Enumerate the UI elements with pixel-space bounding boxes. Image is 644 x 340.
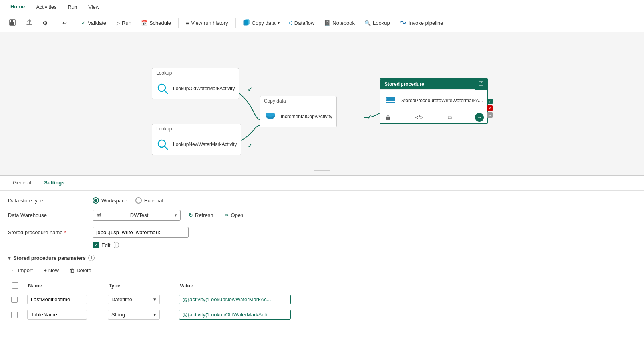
schedule-label: Schedule <box>149 20 171 26</box>
delete-param-button[interactable]: 🗑 Delete <box>66 266 95 275</box>
undo-icon: ↩ <box>62 20 67 26</box>
node-copydata-header: Copy data <box>260 96 336 106</box>
success-icon: ✓ <box>487 99 493 104</box>
save-button[interactable] <box>5 17 20 29</box>
param-table: Name Type Value <box>8 279 320 322</box>
dataflow-label: Dataflow <box>294 20 315 26</box>
delete-label: Delete <box>76 267 91 273</box>
refresh-label: Refresh <box>195 212 213 218</box>
open-button[interactable]: ✏ Open <box>221 211 247 220</box>
settings-button[interactable]: ⚙ <box>38 18 52 29</box>
row1-type-dropdown[interactable]: Datetime ▾ <box>108 295 160 304</box>
plus-icon: + <box>44 267 47 273</box>
notebook-label: Notebook <box>332 20 355 26</box>
external-radio[interactable]: External <box>135 197 163 204</box>
import-button[interactable]: ← Import <box>8 266 36 275</box>
delete-node-button[interactable]: 🗑 <box>384 113 392 121</box>
svg-rect-4 <box>245 20 249 24</box>
row2-name-cell <box>24 307 105 322</box>
notebook-button[interactable]: 📓 Notebook <box>320 18 359 28</box>
workspace-radio[interactable]: Workspace <box>93 197 127 204</box>
data-warehouse-label: Data Warehouse <box>8 212 88 218</box>
table-row: String ▾ <box>8 307 320 322</box>
validate-button[interactable]: ✓ Validate <box>78 18 110 28</box>
stored-procedure-params-section: ▾ Stored procedure parameters i ← Import… <box>8 255 636 322</box>
row2-type-dropdown[interactable]: String ▾ <box>108 310 160 320</box>
publish-button[interactable] <box>22 17 37 29</box>
data-warehouse-row: Data Warehouse 🏛 DWTest ▾ ↻ Refresh ✏ Op… <box>8 210 636 221</box>
row1-type-chevron: ▾ <box>153 297 156 302</box>
node-lookup1-body: LookupOldWaterMarkActivity <box>152 78 239 99</box>
refresh-button[interactable]: ↻ Refresh <box>185 211 217 220</box>
workspace-radio-circle <box>93 197 99 204</box>
lookup-toolbar-icon: 🔍 <box>364 20 371 26</box>
save-icon <box>9 19 16 27</box>
select-all-checkbox[interactable] <box>12 282 18 289</box>
stored-procedure-name-label: Stored procedure name * <box>8 229 88 235</box>
row1-name-input[interactable] <box>27 295 87 304</box>
node-copydata[interactable]: Copy data IncrementalCopyActivity <box>260 96 337 127</box>
copy-data-button[interactable]: Copy data ▾ <box>239 17 284 29</box>
row1-value-input[interactable] <box>179 295 291 304</box>
notebook-icon: 📓 <box>324 20 330 26</box>
copy-data-label: Copy data <box>252 20 276 26</box>
divider-3 <box>178 18 179 28</box>
stored-procedure-name-row: Stored procedure name * <box>8 227 189 238</box>
node-stored-label: StoredProceduretoWriteWatermarkA... <box>401 98 483 103</box>
edit-checkbox[interactable]: ✓ <box>93 242 99 248</box>
run-button[interactable]: ▷ Run <box>112 18 135 28</box>
schedule-button[interactable]: 📅 Schedule <box>137 18 175 28</box>
param-toolbar-divider-1: | <box>38 267 39 273</box>
code-button[interactable]: </> <box>414 113 425 121</box>
stored-icon <box>384 94 397 107</box>
table-row: Datetime ▾ <box>8 292 320 307</box>
tab-general[interactable]: General <box>6 176 38 190</box>
menu-item-home[interactable]: Home <box>5 0 30 14</box>
node-stored-expand[interactable] <box>475 79 487 90</box>
menu-item-run[interactable]: Run <box>62 0 83 14</box>
row2-checkbox[interactable] <box>11 312 18 318</box>
collapse-icon[interactable]: ▾ <box>8 255 11 261</box>
node-copydata-label: IncrementalCopyActivity <box>281 114 332 119</box>
params-info-icon: i <box>88 255 95 261</box>
row2-value-cell <box>176 307 320 322</box>
external-radio-label: External <box>144 198 163 204</box>
view-run-history-button[interactable]: ≡ View run history <box>182 18 232 28</box>
invoke-pipeline-label: Invoke pipeline <box>409 20 443 26</box>
gear-icon: ⚙ <box>42 20 48 27</box>
pipeline-canvas[interactable]: Lookup LookupOldWaterMarkActivity ✓ Look… <box>0 32 644 176</box>
undo-button[interactable]: ↩ <box>58 18 71 28</box>
new-param-button[interactable]: + New <box>40 266 62 275</box>
node-stored-status: ✓ ✕ → <box>487 99 493 118</box>
import-icon: ← <box>11 267 16 273</box>
trash-icon: 🗑 <box>70 267 75 273</box>
data-warehouse-dropdown[interactable]: 🏛 DWTest ▾ <box>93 210 181 221</box>
external-radio-circle <box>135 197 142 204</box>
toolbar: ⚙ ↩ ✓ Validate ▷ Run 📅 Schedule ≡ View r… <box>0 14 644 32</box>
navigate-button[interactable]: → <box>475 113 484 122</box>
row1-name-cell <box>24 292 105 307</box>
lookup-button[interactable]: 🔍 Lookup <box>360 18 394 28</box>
node-lookup2[interactable]: Lookup LookupNewWaterMarkActivity <box>152 124 241 155</box>
menu-item-activities[interactable]: Activities <box>30 0 62 14</box>
row1-checkbox[interactable] <box>11 297 18 303</box>
stored-procedure-name-input[interactable] <box>93 227 189 238</box>
copy-node-button[interactable]: ⧉ <box>446 113 453 122</box>
menu-item-view[interactable]: View <box>83 0 105 14</box>
node-lookup1-header: Lookup <box>152 68 239 78</box>
row2-name-input[interactable] <box>27 310 87 320</box>
copydata-icon <box>264 110 277 123</box>
row2-value-input[interactable] <box>179 310 291 320</box>
param-toolbar-divider-2: | <box>64 267 65 273</box>
svg-rect-11 <box>386 97 395 99</box>
row2-type-value: String <box>111 312 125 318</box>
stored-procedure-name-section: Stored procedure name * ✓ Edit i <box>8 227 636 248</box>
invoke-pipeline-button[interactable]: Invoke pipeline <box>396 17 447 29</box>
node-lookup1[interactable]: Lookup LookupOldWaterMarkActivity <box>152 68 239 99</box>
dataflow-button[interactable]: ⑆ Dataflow <box>285 18 319 28</box>
col-value: Value <box>176 279 320 292</box>
resize-handle[interactable] <box>314 170 330 171</box>
node-stored-procedure[interactable]: Stored procedure StoredProceduretoWriteW… <box>380 78 488 124</box>
data-store-type-row: Data store type Workspace External <box>8 197 636 204</box>
tab-settings[interactable]: Settings <box>38 176 71 190</box>
